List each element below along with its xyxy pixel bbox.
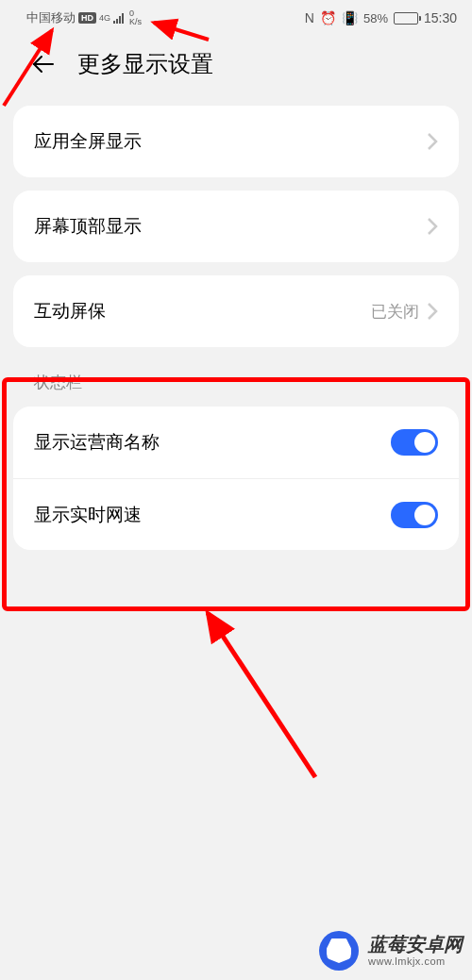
svg-line-3 xyxy=(208,613,315,777)
item-show-netspeed: 显示实时网速 xyxy=(13,478,459,550)
clock: 15:30 xyxy=(424,10,457,25)
item-label: 应用全屏显示 xyxy=(34,129,142,154)
chevron-right-icon xyxy=(427,302,438,321)
item-top-display[interactable]: 屏幕顶部显示 xyxy=(13,191,459,262)
section-statusbar-label: 状态栏 xyxy=(13,347,459,393)
watermark-icon xyxy=(319,931,359,971)
chevron-right-icon xyxy=(427,132,438,151)
status-bar: 中国移动 HD 4G 0 K/s N ⏰ 📳 58% 15:30 xyxy=(0,0,472,32)
card-top-display: 屏幕顶部显示 xyxy=(13,191,459,262)
watermark-title: 蓝莓安卓网 xyxy=(368,933,463,955)
content: 应用全屏显示 屏幕顶部显示 互动屏保 已关闭 状态栏 显示运营商名称 xyxy=(0,106,472,550)
battery-icon xyxy=(394,12,418,25)
item-label: 互动屏保 xyxy=(34,299,106,324)
arrow-left-icon xyxy=(32,53,55,75)
nfc-icon: N xyxy=(305,10,314,25)
watermark-text: 蓝莓安卓网 www.lmkjx.com xyxy=(368,933,463,968)
annotation-arrow-3 xyxy=(198,604,321,783)
item-fullscreen[interactable]: 应用全屏显示 xyxy=(13,106,459,177)
card-screensaver: 互动屏保 已关闭 xyxy=(13,275,459,347)
battery-percent: 58% xyxy=(363,11,388,25)
signal-icon xyxy=(113,12,124,24)
toggle-show-carrier[interactable] xyxy=(391,429,438,456)
header: 更多显示设置 xyxy=(0,32,472,92)
watermark: 蓝莓安卓网 www.lmkjx.com xyxy=(319,931,463,971)
alarm-icon: ⏰ xyxy=(320,10,336,25)
chevron-right-icon xyxy=(427,217,438,236)
netspeed-unit: K/s xyxy=(129,18,142,26)
carrier-label: 中国移动 xyxy=(26,9,76,26)
status-right: N ⏰ 📳 58% 15:30 xyxy=(305,10,457,25)
item-label: 显示运营商名称 xyxy=(34,430,160,455)
vibrate-icon: 📳 xyxy=(342,10,358,25)
status-left: 中国移动 HD 4G 0 K/s xyxy=(26,9,142,26)
page-title: 更多显示设置 xyxy=(77,49,213,79)
item-show-carrier: 显示运营商名称 xyxy=(13,407,459,478)
network-type: 4G xyxy=(99,13,110,23)
toggle-show-netspeed[interactable] xyxy=(391,502,438,528)
netspeed-indicator: 0 K/s xyxy=(129,9,142,26)
card-fullscreen: 应用全屏显示 xyxy=(13,106,459,177)
hd-badge: HD xyxy=(78,12,96,24)
watermark-sub: www.lmkjx.com xyxy=(368,955,463,968)
item-label: 显示实时网速 xyxy=(34,503,142,527)
back-button[interactable] xyxy=(32,53,55,75)
card-statusbar-settings: 显示运营商名称 显示实时网速 xyxy=(13,407,459,550)
item-status: 已关闭 xyxy=(371,301,419,323)
item-label: 屏幕顶部显示 xyxy=(34,214,142,239)
item-screensaver[interactable]: 互动屏保 已关闭 xyxy=(13,275,459,347)
